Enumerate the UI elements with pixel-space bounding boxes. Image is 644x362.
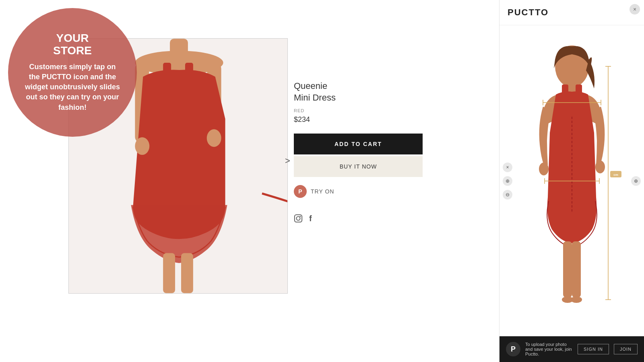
try-on-icon: P (294, 185, 307, 198)
product-name-line1: Queenie (294, 81, 327, 91)
ctrl-shrink-btn[interactable]: ⊖ (503, 190, 512, 200)
page-close-area: × (630, 4, 640, 14)
store-label-line2: STORE (53, 44, 92, 57)
puctto-side-controls-right: ⊕ (631, 176, 641, 186)
product-name: Queenie Mini Dress (294, 80, 423, 103)
ctrl-close-btn[interactable]: × (503, 162, 512, 172)
product-color: RED (294, 108, 423, 113)
svg-rect-13 (295, 215, 302, 222)
puctto-side-controls-left: × ⊕ ⊖ (503, 162, 512, 200)
callout-text: Customers simply tap on the PUCTTO icon … (24, 62, 121, 113)
store-label-line1: YOUR (56, 32, 89, 44)
store-label: YOUR STORE (53, 32, 92, 57)
svg-point-26 (571, 296, 582, 303)
footer-text: To upload your photo and save your look,… (525, 342, 573, 356)
product-price: $234 (294, 115, 423, 124)
puctto-p-icon: P (511, 345, 516, 354)
svg-rect-23 (563, 241, 572, 298)
svg-point-18 (539, 162, 549, 175)
svg-point-19 (595, 160, 605, 173)
svg-point-9 (207, 129, 221, 147)
model-figure: cm (516, 44, 628, 318)
puctto-logo: PUCTTO (508, 7, 549, 18)
sign-in-button[interactable]: SIGN IN (578, 344, 609, 354)
join-button[interactable]: JOIN (614, 344, 638, 354)
product-panel: Queenie Mini Dress RED $234 ADD TO CART … (294, 80, 423, 225)
svg-rect-5 (185, 63, 193, 103)
svg-rect-4 (163, 63, 171, 103)
main-area: YOUR STORE Customers simply tap on the P… (0, 0, 499, 362)
puctto-header: PUCTTO (500, 0, 644, 25)
svg-rect-24 (572, 241, 581, 298)
puctto-panel: × PUCTTO × ⊕ ⊖ (499, 0, 644, 362)
try-on-label: TRY ON (311, 188, 334, 195)
svg-rect-6 (163, 253, 175, 293)
ctrl-expand-btn[interactable]: ⊕ (503, 176, 512, 186)
svg-point-15 (300, 216, 301, 217)
ctrl-right-expand[interactable]: ⊕ (631, 176, 641, 186)
svg-text:cm: cm (613, 173, 618, 177)
product-name-line2: Mini Dress (294, 93, 336, 103)
puctto-footer-logo: P (506, 342, 520, 356)
model-svg: cm (516, 44, 628, 318)
buy-now-button[interactable]: BUY IT NOW (294, 156, 423, 177)
svg-rect-7 (181, 253, 193, 293)
callout-circle: YOUR STORE Customers simply tap on the P… (8, 8, 137, 137)
social-icons: f (294, 214, 423, 225)
add-to-cart-button[interactable]: ADD TO CART (294, 134, 423, 154)
close-button[interactable]: × (630, 4, 640, 14)
instagram-icon[interactable] (294, 214, 303, 225)
svg-point-14 (296, 217, 300, 220)
svg-text:P: P (298, 188, 302, 195)
puctto-footer: P To upload your photo and save your loo… (500, 336, 644, 362)
svg-point-8 (135, 137, 149, 155)
try-on-row[interactable]: P TRY ON (294, 185, 423, 198)
facebook-icon[interactable]: f (309, 214, 312, 225)
puctto-model-area: × ⊕ ⊖ (500, 25, 644, 336)
next-arrow-icon: > (285, 156, 290, 166)
